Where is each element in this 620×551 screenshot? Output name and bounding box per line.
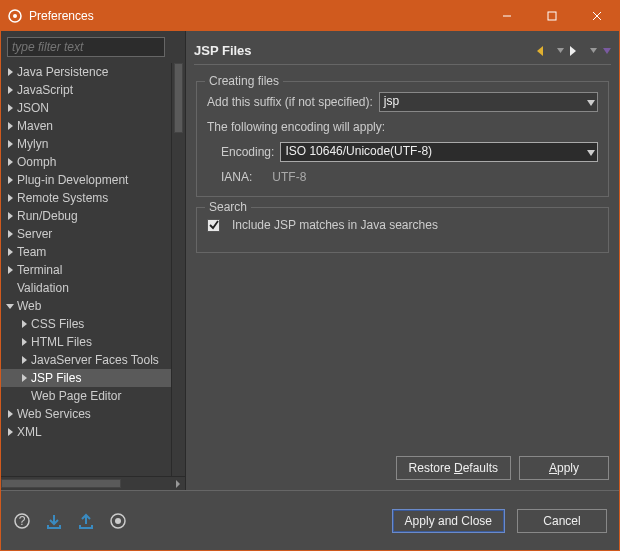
- horizontal-scrollbar[interactable]: [1, 476, 185, 490]
- tree-item[interactable]: Terminal: [1, 261, 171, 279]
- apply-and-close-button[interactable]: Apply and Close: [392, 509, 505, 533]
- apply-button[interactable]: Apply: [519, 456, 609, 480]
- tree-item-label: Mylyn: [17, 137, 48, 151]
- chevron-right-icon: [5, 230, 15, 238]
- chevron-down-icon: [5, 302, 15, 310]
- chevron-right-icon: [5, 266, 15, 274]
- tree-item[interactable]: Mylyn: [1, 135, 171, 153]
- scrollbar-thumb[interactable]: [174, 63, 183, 133]
- chevron-right-icon: [5, 176, 15, 184]
- iana-label: IANA:: [221, 170, 252, 184]
- tree-item-label: Maven: [17, 119, 53, 133]
- tree-item-label: Team: [17, 245, 46, 259]
- include-jsp-checkbox[interactable]: [207, 219, 220, 232]
- chevron-right-icon: [5, 140, 15, 148]
- tree-item-label: Oomph: [17, 155, 56, 169]
- sidebar: Java PersistenceJavaScriptJSONMavenMylyn…: [1, 31, 186, 490]
- tree-item[interactable]: Remote Systems: [1, 189, 171, 207]
- chevron-right-icon: [5, 194, 15, 202]
- svg-point-9: [115, 518, 121, 524]
- tree-item[interactable]: XML: [1, 423, 171, 441]
- tree-item[interactable]: HTML Files: [1, 333, 171, 351]
- tree-item-label: JSON: [17, 101, 49, 115]
- tree-item[interactable]: Web: [1, 297, 171, 315]
- app-icon: [7, 8, 23, 24]
- cancel-button[interactable]: Cancel: [517, 509, 607, 533]
- tree-item-label: Terminal: [17, 263, 62, 277]
- tree-item[interactable]: Run/Debug: [1, 207, 171, 225]
- suffix-label: Add this suffix (if not specified):: [207, 95, 373, 109]
- tree-item[interactable]: JavaServer Faces Tools: [1, 351, 171, 369]
- maximize-button[interactable]: [529, 1, 574, 31]
- tree-item-label: Web: [17, 299, 41, 313]
- tree-item[interactable]: Server: [1, 225, 171, 243]
- chevron-right-icon: [5, 68, 15, 76]
- chevron-down-icon: [587, 95, 595, 109]
- chevron-right-icon: [5, 212, 15, 220]
- oomph-icon[interactable]: [109, 512, 127, 530]
- chevron-right-icon: [5, 248, 15, 256]
- tree-item-label: Server: [17, 227, 52, 241]
- tree-item-label: JSP Files: [31, 371, 81, 385]
- tree-item-label: Remote Systems: [17, 191, 108, 205]
- tree-item[interactable]: Java Persistence: [1, 63, 171, 81]
- creating-files-group: Creating files Add this suffix (if not s…: [196, 81, 609, 197]
- window-title: Preferences: [29, 9, 484, 23]
- help-icon[interactable]: ?: [13, 512, 31, 530]
- tree-item[interactable]: Plug-in Development: [1, 171, 171, 189]
- tree-item-label: Java Persistence: [17, 65, 108, 79]
- svg-rect-3: [548, 12, 556, 20]
- tree-item[interactable]: JSP Files: [1, 369, 171, 387]
- suffix-value: jsp: [384, 94, 399, 108]
- scrollbar-thumb[interactable]: [1, 479, 121, 488]
- nav-back-menu[interactable]: [557, 48, 564, 53]
- window-controls: [484, 1, 619, 31]
- chevron-right-icon: [5, 86, 15, 94]
- import-icon[interactable]: [45, 512, 63, 530]
- nav-back-button[interactable]: [537, 46, 551, 56]
- tree-item[interactable]: Oomph: [1, 153, 171, 171]
- tree-item[interactable]: Maven: [1, 117, 171, 135]
- encoding-note: The following encoding will apply:: [207, 120, 385, 134]
- minimize-button[interactable]: [484, 1, 529, 31]
- tree-item[interactable]: Web Page Editor: [1, 387, 171, 405]
- chevron-down-icon: [587, 145, 595, 159]
- restore-defaults-button[interactable]: Restore Defaults: [396, 456, 511, 480]
- tree-item-label: Web Page Editor: [31, 389, 122, 403]
- close-button[interactable]: [574, 1, 619, 31]
- main-panel: JSP Files Creating files Add this suffix…: [186, 31, 619, 490]
- chevron-right-icon: [19, 356, 29, 364]
- tree-item-label: Validation: [17, 281, 69, 295]
- svg-text:?: ?: [19, 514, 26, 528]
- tree-item[interactable]: JavaScript: [1, 81, 171, 99]
- titlebar: Preferences: [1, 1, 619, 31]
- footer: ? Apply and Close Cancel: [1, 490, 619, 550]
- tree-item[interactable]: Team: [1, 243, 171, 261]
- tree-item[interactable]: CSS Files: [1, 315, 171, 333]
- filter-input[interactable]: [7, 37, 165, 57]
- tree-item-label: Plug-in Development: [17, 173, 128, 187]
- svg-point-1: [13, 14, 17, 18]
- encoding-select[interactable]: ISO 10646/Unicode(UTF-8): [280, 142, 598, 162]
- suffix-select[interactable]: jsp: [379, 92, 598, 112]
- vertical-scrollbar[interactable]: [171, 63, 185, 476]
- tree-item-label: Run/Debug: [17, 209, 78, 223]
- tree-item-label: XML: [17, 425, 42, 439]
- chevron-right-icon: [19, 320, 29, 328]
- view-menu-icon[interactable]: [603, 48, 611, 54]
- chevron-right-icon: [5, 410, 15, 418]
- page-title: JSP Files: [194, 43, 537, 58]
- tree-item[interactable]: Web Services: [1, 405, 171, 423]
- nav-forward-menu[interactable]: [590, 48, 597, 53]
- export-icon[interactable]: [77, 512, 95, 530]
- chevron-right-icon: [5, 158, 15, 166]
- group-legend: Search: [205, 200, 251, 214]
- scroll-right-icon[interactable]: [171, 477, 185, 490]
- tree-item[interactable]: Validation: [1, 279, 171, 297]
- preference-tree[interactable]: Java PersistenceJavaScriptJSONMavenMylyn…: [1, 63, 171, 476]
- nav-forward-button[interactable]: [570, 46, 584, 56]
- encoding-label: Encoding:: [221, 145, 274, 159]
- tree-item[interactable]: JSON: [1, 99, 171, 117]
- encoding-value: ISO 10646/Unicode(UTF-8): [285, 144, 432, 158]
- tree-item-label: CSS Files: [31, 317, 84, 331]
